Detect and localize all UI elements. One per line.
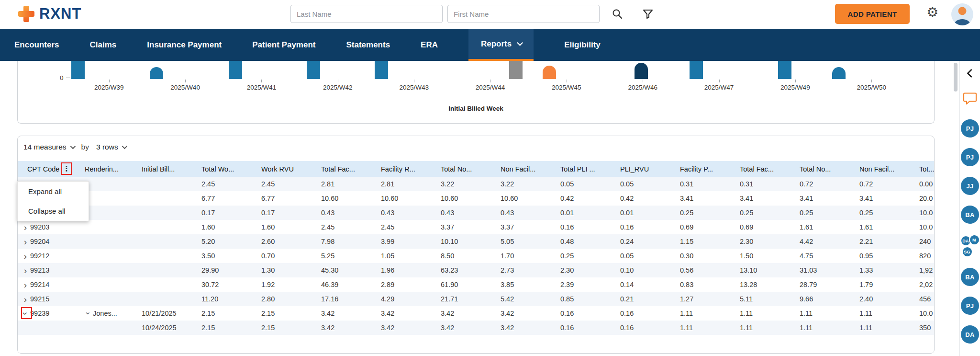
column-header[interactable]: Total No... (798, 161, 858, 177)
first-name-input[interactable] (447, 5, 600, 23)
cell-value: 10.0 (917, 310, 935, 317)
nav-statements[interactable]: Statements (346, 29, 390, 61)
table-row[interactable]: 99214 30.72 1.92 46.39 2.89 61.90 3.85 2… (18, 277, 935, 292)
cell-value: 3.41 (738, 195, 798, 202)
cell-value: 0.25 (738, 209, 798, 217)
table-row[interactable]: 99213 29.90 1.30 45.30 1.96 63.23 2.73 2… (18, 263, 935, 277)
cell-value: 0.83 (678, 281, 738, 288)
rxnt-logo[interactable]: RXNT (18, 5, 81, 23)
contact-avatar[interactable]: DA (961, 325, 979, 344)
vertical-scrollbar[interactable] (954, 63, 958, 92)
nav-era[interactable]: ERA (421, 29, 438, 61)
chart-bar[interactable] (832, 67, 846, 79)
chart-bar[interactable] (307, 61, 320, 79)
contact-avatar[interactable]: PJ (961, 119, 979, 138)
row-expand-icon[interactable] (22, 223, 29, 232)
row-expand-icon[interactable] (22, 280, 29, 289)
column-header[interactable]: PLI_RVU (618, 161, 678, 177)
table-row[interactable]: 2.45 2.45 2.81 2.81 3.22 3.22 0.05 0.05 … (18, 177, 935, 191)
table-row[interactable]: 0.17 0.17 0.43 0.43 0.43 0.43 0.01 0.01 … (18, 206, 935, 220)
last-name-input[interactable] (290, 5, 443, 23)
cell-value: 3.42 (319, 310, 379, 317)
nav-patient-payment[interactable]: Patient Payment (252, 29, 315, 61)
column-header[interactable]: Facility R... (379, 161, 439, 177)
cpt-code: 99203 (30, 223, 49, 231)
rendering-expand-icon[interactable] (85, 310, 91, 317)
nav-insurance-payment[interactable]: Insurance Payment (147, 29, 222, 61)
cell-value: 2.39 (558, 281, 618, 288)
chart-bar[interactable] (375, 61, 388, 79)
nav-eligibility[interactable]: Eligibility (564, 29, 601, 61)
column-header[interactable]: Total Wo... (200, 161, 259, 177)
nav-encounters[interactable]: Encounters (14, 29, 59, 61)
nav-claims[interactable]: Claims (90, 29, 117, 61)
contact-avatar[interactable]: JJ (961, 177, 979, 195)
column-header[interactable]: Non Facil... (499, 161, 558, 177)
rows-dropdown[interactable]: 3 rows (96, 143, 126, 151)
contact-avatar[interactable]: PJ (961, 297, 979, 315)
table-row[interactable]: 99239 Jones... 10/21/2025 2.15 2.15 3.42… (18, 306, 935, 321)
contact-avatar[interactable]: BA (961, 268, 979, 286)
column-header[interactable]: Non Facil... (858, 161, 917, 177)
cell-value: 45.30 (319, 266, 379, 274)
user-avatar[interactable] (951, 3, 973, 25)
chat-icon[interactable] (963, 92, 977, 106)
menu-collapse-all[interactable]: Collapse all (18, 201, 89, 221)
column-header[interactable]: Total Fac... (319, 161, 379, 177)
table-row[interactable]: 6.77 6.77 10.60 10.60 10.60 10.60 0.42 0… (18, 191, 935, 206)
contact-avatar-small[interactable]: M (969, 234, 980, 245)
cell-value: 9.66 (798, 295, 858, 303)
column-header[interactable]: Work RVU (259, 161, 319, 177)
kebab-menu-icon[interactable]: ⋮ (63, 165, 70, 172)
cell-value: 350 (917, 324, 935, 332)
add-patient-button[interactable]: ADD PATIENT (835, 4, 910, 24)
chart-bar[interactable] (509, 61, 523, 79)
row-expand-icon[interactable] (22, 237, 29, 246)
collapse-panel-icon[interactable] (965, 68, 975, 79)
column-header[interactable]: Tot... (917, 161, 935, 177)
table-row[interactable]: 99203 1.60 1.60 2.45 2.45 3.37 3.37 0.16… (18, 220, 935, 234)
gear-icon[interactable]: ⚙ (926, 6, 938, 19)
menu-expand-all[interactable]: Expand all (18, 182, 89, 201)
nav-reports[interactable]: Reports (468, 29, 534, 61)
cell-value: 1.11 (738, 310, 798, 317)
cell-value: 1.92 (259, 281, 319, 288)
chart-bar[interactable] (229, 61, 242, 79)
column-header[interactable]: Facility P... (678, 161, 738, 177)
search-icon[interactable] (612, 8, 623, 20)
chart-bar[interactable] (150, 67, 163, 79)
measures-dropdown[interactable]: 14 measures (23, 143, 74, 151)
cell-value: 2.81 (379, 180, 439, 188)
contact-avatar[interactable]: PJ (961, 148, 979, 166)
contact-avatars-top: PJ PJ JJ BA (961, 119, 979, 224)
cell-value: 2.60 (259, 238, 319, 245)
chart-bar[interactable] (71, 61, 85, 79)
contact-avatar-group[interactable]: DA M SG (960, 234, 980, 257)
chart-bar[interactable] (543, 66, 556, 79)
table-row[interactable]: 10/24/2025 2.15 2.15 3.42 3.42 3.42 3.42… (18, 321, 935, 335)
cell-value: 10.60 (499, 195, 558, 202)
column-header[interactable]: Total PLI ... (558, 161, 618, 177)
cell-value: 5.20 (200, 238, 259, 245)
chart-bar[interactable] (635, 63, 648, 79)
chart-bar[interactable] (778, 61, 791, 79)
row-expand-icon[interactable] (22, 295, 29, 304)
row-expand-icon[interactable] (22, 309, 29, 318)
column-header[interactable]: Total Fac... (738, 161, 798, 177)
chart-bar[interactable] (690, 61, 703, 79)
cell-value: 5.11 (738, 295, 798, 303)
table-row[interactable]: 99212 3.50 0.70 5.25 1.05 8.50 1.70 0.25… (18, 249, 935, 263)
y-axis-zero: 0 (60, 74, 70, 81)
filter-icon[interactable] (642, 8, 654, 20)
row-expand-icon[interactable] (22, 252, 29, 261)
contact-avatar[interactable]: BA (961, 206, 979, 224)
column-header[interactable]: Renderin... (80, 161, 139, 177)
column-header[interactable]: Initial Bill... (139, 161, 200, 177)
cell-value: 3.85 (499, 281, 558, 288)
column-header[interactable]: Total No... (439, 161, 499, 177)
table-row[interactable]: 99204 5.20 2.60 7.98 3.99 10.10 5.05 0.4… (18, 234, 935, 249)
table-row[interactable]: 99215 11.20 2.80 17.16 4.29 21.71 5.42 0… (18, 292, 935, 306)
row-expand-icon[interactable] (22, 266, 29, 275)
x-tick-label: 2025/W40 (170, 80, 200, 91)
contact-avatar-small[interactable]: SG (962, 246, 973, 257)
